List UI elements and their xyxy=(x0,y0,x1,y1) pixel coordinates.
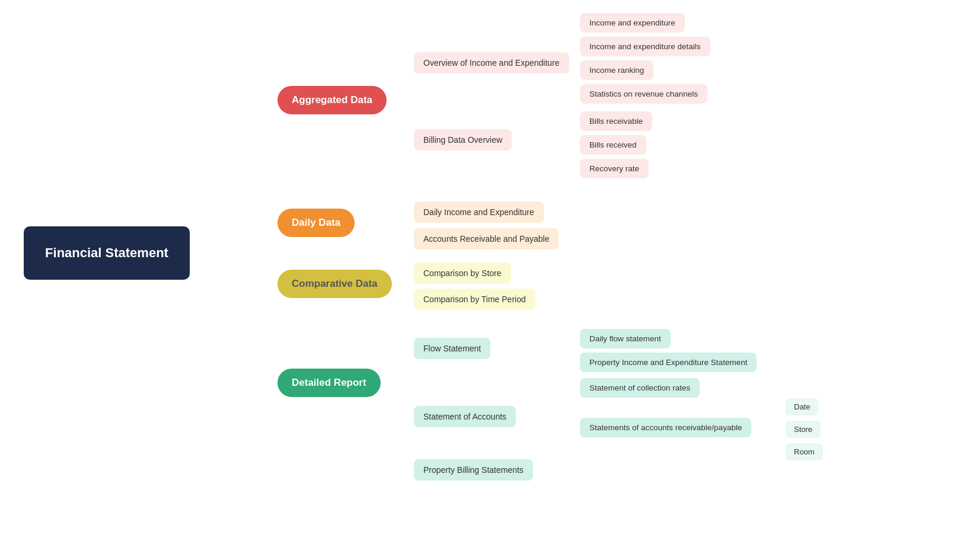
mid-accounts-rp[interactable]: Accounts Receivable and Payable xyxy=(414,228,559,249)
category-detailed[interactable]: Detailed Report xyxy=(277,369,381,397)
root-node: Financial Statement xyxy=(24,226,190,280)
subleaf-label: Store xyxy=(794,425,812,434)
leaf-label: Bills received xyxy=(589,140,637,149)
category-aggregated[interactable]: Aggregated Data xyxy=(277,86,387,114)
root-label: Financial Statement xyxy=(45,245,168,261)
mid-flow[interactable]: Flow Statement xyxy=(414,338,490,359)
category-comparative[interactable]: Comparative Data xyxy=(277,270,392,298)
category-label: Daily Data xyxy=(292,217,340,229)
mid-label: Flow Statement xyxy=(423,344,481,353)
leaf-label: Statistics on revenue channels xyxy=(589,89,698,98)
mid-label: Property Billing Statements xyxy=(423,465,524,475)
leaf-label: Income and expenditure details xyxy=(589,42,701,51)
leaf-label: Income and expenditure xyxy=(589,18,675,27)
leaf-income-expenditure[interactable]: Income and expenditure xyxy=(580,13,685,33)
mid-label: Comparison by Store xyxy=(423,268,502,278)
leaf-revenue-channels[interactable]: Statistics on revenue channels xyxy=(580,84,707,104)
leaf-income-ranking[interactable]: Income ranking xyxy=(580,60,653,80)
leaf-label: Recovery rate xyxy=(589,164,639,173)
subleaf-date[interactable]: Date xyxy=(786,398,818,415)
mid-label: Statement of Accounts xyxy=(423,412,506,421)
mid-label: Billing Data Overview xyxy=(423,135,502,145)
mid-label: Accounts Receivable and Payable xyxy=(423,234,549,244)
leaf-recovery-rate[interactable]: Recovery rate xyxy=(580,159,649,178)
leaf-label: Property Income and Expenditure Statemen… xyxy=(589,358,747,367)
leaf-bills-receivable[interactable]: Bills receivable xyxy=(580,111,652,131)
mid-label: Daily Income and Expenditure xyxy=(423,207,534,217)
mid-prop-billing[interactable]: Property Billing Statements xyxy=(414,459,533,481)
mid-billing[interactable]: Billing Data Overview xyxy=(414,129,512,151)
mid-comp-time[interactable]: Comparison by Time Period xyxy=(414,289,535,310)
subleaf-store[interactable]: Store xyxy=(786,421,821,438)
mid-label: Overview of Income and Expenditure xyxy=(423,58,560,68)
category-label: Comparative Data xyxy=(292,278,378,290)
category-label: Detailed Report xyxy=(292,377,366,389)
category-daily[interactable]: Daily Data xyxy=(277,209,355,237)
leaf-property-income-expenditure[interactable]: Property Income and Expenditure Statemen… xyxy=(580,353,757,372)
leaf-bills-received[interactable]: Bills received xyxy=(580,135,646,155)
leaf-label: Daily flow statement xyxy=(589,334,661,343)
mid-daily-income[interactable]: Daily Income and Expenditure xyxy=(414,201,544,223)
leaf-label: Bills receivable xyxy=(589,117,643,126)
mid-comp-store[interactable]: Comparison by Store xyxy=(414,263,511,284)
mid-stmt-accounts[interactable]: Statement of Accounts xyxy=(414,406,516,427)
mid-overview[interactable]: Overview of Income and Expenditure xyxy=(414,52,569,73)
category-label: Aggregated Data xyxy=(292,94,372,106)
mid-label: Comparison by Time Period xyxy=(423,295,526,304)
subleaf-label: Date xyxy=(794,402,810,411)
leaf-label: Statement of collection rates xyxy=(589,383,690,392)
leaf-label: Income ranking xyxy=(589,66,644,75)
subleaf-label: Room xyxy=(794,447,815,456)
leaf-daily-flow[interactable]: Daily flow statement xyxy=(580,329,671,348)
leaf-label: Statements of accounts receivable/payabl… xyxy=(589,423,742,432)
leaf-income-expenditure-details[interactable]: Income and expenditure details xyxy=(580,37,710,56)
leaf-collection-rates[interactable]: Statement of collection rates xyxy=(580,378,700,398)
leaf-statements-arb[interactable]: Statements of accounts receivable/payabl… xyxy=(580,418,751,437)
subleaf-room[interactable]: Room xyxy=(786,443,823,460)
